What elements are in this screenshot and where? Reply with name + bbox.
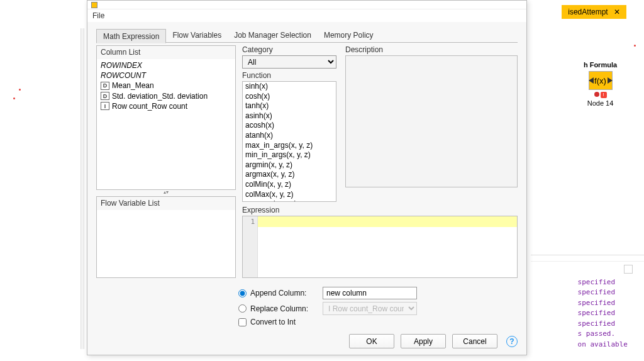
tab-memory-policy[interactable]: Memory Policy	[318, 28, 380, 43]
convert-int-checkbox[interactable]	[238, 318, 247, 326]
menu-file[interactable]: File	[92, 11, 104, 20]
close-icon[interactable]: ✕	[614, 8, 620, 16]
console-log: specifiedspecifiedspecified specifiedspe…	[578, 277, 628, 350]
list-item[interactable]: argmax(x, y, z)	[243, 170, 336, 180]
ok-button[interactable]: OK	[349, 334, 394, 348]
console-toolbar-icon[interactable]	[624, 265, 633, 274]
category-label: Category	[242, 45, 336, 54]
description-label: Description	[345, 45, 518, 54]
type-badge-double: D	[101, 92, 109, 100]
tabstrip: Math Expression Flow Variables Job Manag…	[87, 23, 526, 43]
list-item[interactable]: colMax(x, y, z)	[243, 190, 336, 200]
category-select[interactable]: All	[242, 55, 336, 69]
flow-variable-header: Flow Variable List	[97, 197, 235, 210]
append-column-radio[interactable]	[238, 289, 247, 297]
description-box	[345, 55, 518, 187]
panel-separator	[531, 261, 644, 262]
list-item: ROWINDEX	[101, 60, 231, 70]
workflow-node[interactable]: h Formula f(x) ! Node 14	[577, 61, 624, 107]
flow-variable-body[interactable]	[97, 210, 235, 213]
column-list-panel: Column List ROWINDEX ROWCOUNT DMean_Mean…	[96, 45, 236, 190]
list-item: ROWCOUNT	[101, 70, 231, 81]
tab-math-expression[interactable]: Math Expression	[96, 29, 166, 43]
list-item[interactable]: max_in_args(x, y, z)	[243, 141, 336, 151]
append-column-input[interactable]	[323, 287, 417, 299]
list-item[interactable]: acosh(x)	[243, 121, 336, 131]
splitter-handle[interactable]: ▴▾	[96, 190, 236, 194]
flow-variable-panel: Flow Variable List	[96, 196, 236, 278]
menubar: File	[87, 9, 526, 22]
list-item[interactable]: IRow count_Row count	[101, 101, 231, 111]
expression-editor[interactable]: 1	[242, 216, 518, 278]
list-item[interactable]: DMean_Mean	[101, 81, 231, 91]
append-column-radio-label[interactable]: Append Column:	[238, 289, 318, 297]
help-icon[interactable]: ?	[506, 336, 518, 347]
workspace-divider	[80, 28, 84, 349]
workflow-tab[interactable]: isedAttempt ✕	[562, 5, 626, 19]
cancel-button[interactable]: Cancel	[452, 334, 497, 348]
panel-separator	[531, 255, 644, 255]
dialog-titlebar[interactable]	[87, 1, 526, 9]
expression-text[interactable]	[258, 216, 517, 277]
workflow-tab-label: isedAttempt	[568, 8, 608, 16]
node-label: Node 14	[577, 99, 624, 107]
list-item[interactable]: asinh(x)	[243, 111, 336, 121]
type-badge-double: D	[101, 82, 109, 90]
expression-gutter: 1	[243, 216, 258, 277]
type-badge-int: I	[101, 102, 109, 110]
list-item[interactable]: average(x, y, z)	[243, 199, 336, 202]
node-title: h Formula	[577, 61, 624, 69]
list-item[interactable]: argmin(x, y, z)	[243, 160, 336, 170]
replace-column-radio-label[interactable]: Replace Column:	[238, 304, 318, 313]
math-formula-dialog: File Math Expression Flow Variables Job …	[87, 0, 527, 355]
list-item[interactable]: DStd. deviation_Std. deviation	[101, 91, 231, 101]
node-status: !	[577, 92, 624, 98]
list-item[interactable]: tanh(x)	[243, 101, 336, 111]
convert-int-label[interactable]: Convert to Int	[238, 318, 318, 326]
function-label: Function	[242, 71, 336, 80]
apply-button[interactable]: Apply	[401, 334, 446, 348]
list-item[interactable]: min_in_args(x, y, z)	[243, 150, 336, 160]
list-item[interactable]: colMin(x, y, z)	[243, 180, 336, 190]
list-item[interactable]: cosh(x)	[243, 92, 336, 102]
app-icon	[91, 2, 97, 8]
replace-column-radio[interactable]	[238, 304, 247, 313]
node-icon: f(x)	[589, 71, 613, 90]
list-item[interactable]: atanh(x)	[243, 131, 336, 141]
function-list[interactable]: sinh(x) cosh(x) tanh(x) asinh(x) acosh(x…	[242, 81, 336, 202]
tab-flow-variables[interactable]: Flow Variables	[166, 28, 228, 43]
replace-column-select: I Row count_Row count	[323, 302, 417, 315]
expression-label: Expression	[242, 206, 518, 214]
column-list-header: Column List	[97, 46, 235, 59]
column-list-body[interactable]: ROWINDEX ROWCOUNT DMean_Mean DStd. devia…	[97, 59, 235, 113]
tab-job-manager[interactable]: Job Manager Selection	[228, 28, 318, 43]
list-item[interactable]: sinh(x)	[243, 82, 336, 92]
